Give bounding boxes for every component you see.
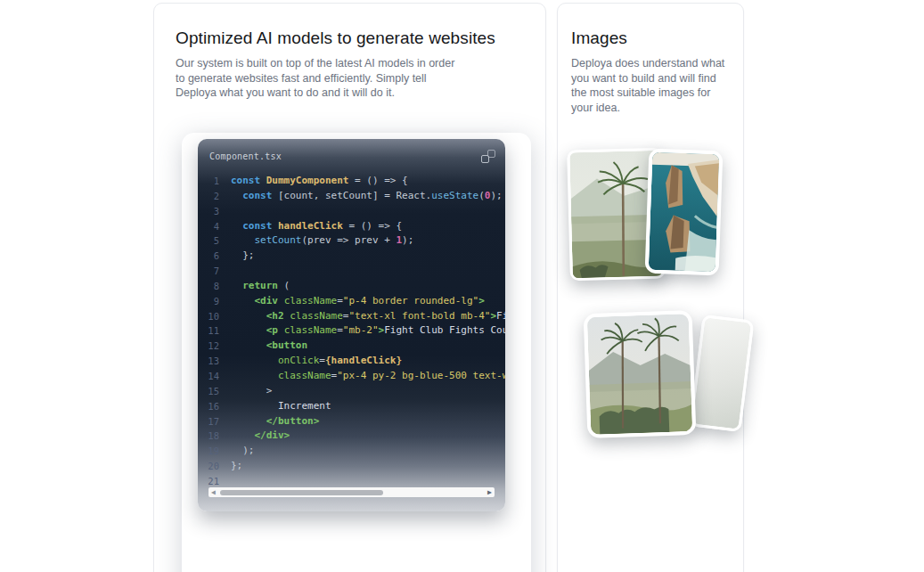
code-line: 10 <h2 className="text-xl font-bold mb-4… [198,309,505,324]
code-line: 15 > [198,384,505,399]
code-line: 8 return ( [198,279,505,294]
line-number: 20 [198,459,219,474]
code-text: onClick={handleClick} [231,354,402,369]
code-text: return ( [231,279,290,294]
code-lines: 1const DummyComponent = () => {2 const [… [198,174,505,489]
line-number: 14 [198,369,219,384]
line-number: 7 [198,264,219,279]
code-text: ); [231,444,255,459]
page: Optimized AI models to generate websites… [0,0,924,572]
code-text: className="px-4 py-2 bg-blue-500 text-wh [231,369,505,384]
code-line: 2 const [count, setCount] = React.useSta… [198,189,505,204]
line-number: 9 [198,294,219,309]
code-line: 7 [198,264,505,279]
line-number: 15 [198,384,219,399]
filename-label: Component.tsx [209,151,282,161]
code-text: const [count, setCount] = React.useState… [231,189,503,204]
code-line: 20}; [198,459,505,474]
line-number: 8 [198,279,219,294]
scroll-right-arrow-icon[interactable]: ▶ [485,487,495,497]
code-text: </div> [231,429,290,444]
code-text: const handleClick = () => { [231,219,402,234]
card-images-description: Deploya does understand what you want to… [571,56,732,115]
line-number: 2 [198,189,219,204]
code-line: 4 const handleClick = () => { [198,219,505,234]
copy-icon-front-square [481,155,489,163]
line-number: 19 [198,444,219,459]
code-text: }; [231,459,242,474]
code-line: 6 }; [198,249,505,264]
code-editor: Component.tsx 1const DummyComponent = ()… [198,139,505,511]
line-number: 4 [198,219,219,234]
code-line: 14 className="px-4 py-2 bg-blue-500 text… [198,369,505,384]
horizontal-scrollbar[interactable]: ◀ ▶ [209,487,495,497]
code-line: 19 ); [198,444,505,459]
line-number: 16 [198,399,219,414]
code-text: </button> [231,414,319,429]
code-text: setCount(prev => prev + 1); [231,233,413,249]
code-line: 9 <div className="p-4 border rounded-lg"… [198,294,505,309]
line-number: 11 [198,323,219,339]
code-editor-header: Component.tsx [198,139,505,173]
card-ai-models-title: Optimized AI models to generate websites [176,29,495,48]
copy-icon[interactable] [481,150,495,164]
scrollbar-thumb[interactable] [220,490,383,495]
code-text: }; [231,249,255,264]
teal-coast-cliffs-photo [645,149,724,276]
code-line: 13 onClick={handleClick} [198,354,505,369]
card-ai-models: Optimized AI models to generate websites… [153,3,546,572]
line-number: 6 [198,249,219,264]
editor-panel: Component.tsx 1const DummyComponent = ()… [182,133,531,572]
line-number: 1 [198,174,219,189]
card-ai-models-description: Our system is built on top of the latest… [176,56,470,101]
code-line: 12 <button [198,339,505,354]
back-photo-partial [690,315,755,432]
scroll-left-arrow-icon[interactable]: ◀ [209,487,218,497]
line-number: 13 [198,354,219,369]
code-text: <h2 className="text-xl font-bold mb-4">F… [231,309,505,324]
line-number: 5 [198,233,219,249]
code-line: 3 [198,204,505,219]
line-number: 10 [198,309,219,324]
card-images-title: Images [571,29,627,48]
code-text: <div className="p-4 border rounded-lg"> [231,294,485,309]
code-text: <button [231,339,307,354]
code-text: > [231,384,272,399]
card-images: Images Deploya does understand what you … [557,3,744,572]
code-line: 11 <p className="mb-2">Fight Club Fights… [198,323,505,339]
code-line: 18 </div> [198,429,505,444]
code-line: 1const DummyComponent = () => { [198,174,505,189]
line-number: 17 [198,414,219,429]
line-number: 12 [198,339,219,354]
two-palms-misty-valley-photo [584,310,697,438]
code-line: 16 Increment [198,399,505,414]
code-text: Increment [231,399,331,414]
line-number: 18 [198,429,219,444]
code-text: const DummyComponent = () => { [231,174,408,189]
code-line: 17 </button> [198,414,505,429]
code-text: <p className="mb-2">Fight Club Fights Co… [231,323,505,339]
code-line: 5 setCount(prev => prev + 1); [198,233,505,249]
line-number: 3 [198,204,219,219]
